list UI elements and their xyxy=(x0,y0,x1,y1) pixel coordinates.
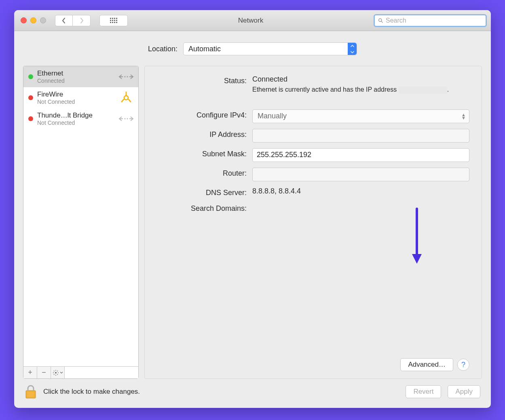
traffic-lights xyxy=(18,17,46,23)
svg-point-3 xyxy=(127,76,128,78)
svg-point-5 xyxy=(125,118,126,120)
lock-icon[interactable] xyxy=(25,384,37,399)
subnet-label: Subnet Mask: xyxy=(157,148,252,158)
location-value: Automatic xyxy=(188,45,221,53)
service-item-firewire[interactable]: FireWire Not Connected xyxy=(23,87,138,108)
minus-icon: − xyxy=(42,368,46,377)
window-body: Location: Automatic Ethernet Connected xyxy=(14,31,491,408)
forward-button[interactable] xyxy=(73,15,91,26)
ethernet-icon xyxy=(118,70,134,84)
dns-value: 8.8.8.8, 8.8.4.4 xyxy=(252,187,469,195)
service-list: Ethernet Connected FireWire Not Connecte… xyxy=(23,66,139,379)
service-item-ethernet[interactable]: Ethernet Connected xyxy=(23,66,138,87)
add-service-button[interactable]: + xyxy=(23,367,37,378)
service-name: Ethernet xyxy=(37,69,114,78)
status-dot-icon xyxy=(28,116,33,121)
nav-buttons xyxy=(55,15,91,26)
status-description: Ethernet is currently active and has the… xyxy=(252,85,469,94)
advanced-button[interactable]: Advanced… xyxy=(400,358,453,371)
close-button[interactable] xyxy=(21,17,27,23)
service-status: Not Connected xyxy=(37,120,114,126)
service-item-thunderbolt[interactable]: Thunde…lt Bridge Not Connected xyxy=(23,108,138,129)
updown-icon: ▲▼ xyxy=(461,113,466,120)
status-value: Connected xyxy=(252,75,469,84)
sidebar-footer: + − xyxy=(23,366,138,378)
zoom-button xyxy=(40,17,46,23)
main-row: Ethernet Connected FireWire Not Connecte… xyxy=(23,66,482,379)
stepper-icon xyxy=(348,43,357,55)
help-icon: ? xyxy=(461,361,465,369)
redacted-ip xyxy=(399,86,447,94)
back-button[interactable] xyxy=(55,15,73,26)
advanced-row: Advanced… ? xyxy=(157,358,469,371)
location-label: Location: xyxy=(148,45,177,53)
detail-pane: Status: Connected Ethernet is currently … xyxy=(144,66,482,379)
search-input[interactable] xyxy=(386,17,482,24)
search-icon xyxy=(378,18,383,23)
revert-button[interactable]: Revert xyxy=(406,385,441,398)
configure-ipv4-label: Configure IPv4: xyxy=(157,109,252,120)
location-select[interactable]: Automatic xyxy=(183,42,357,55)
subnet-row: Subnet Mask: xyxy=(157,148,469,162)
service-status: Not Connected xyxy=(37,99,114,105)
router-input[interactable] xyxy=(252,168,469,181)
service-name: Thunde…lt Bridge xyxy=(37,111,114,120)
service-actions-button[interactable] xyxy=(51,367,65,378)
lock-message: Click the lock to make changes. xyxy=(43,388,399,396)
svg-point-6 xyxy=(127,118,128,120)
ip-address-row: IP Address: xyxy=(157,129,469,143)
ip-address-label: IP Address: xyxy=(157,129,252,139)
plus-icon: + xyxy=(28,368,32,377)
configure-ipv4-row: Configure IPv4: Manually ▲▼ xyxy=(157,109,469,123)
network-prefs-window: Network Location: Automatic xyxy=(14,10,491,408)
status-dot-icon xyxy=(28,74,33,79)
location-row: Location: Automatic xyxy=(23,31,482,66)
svg-point-2 xyxy=(125,76,126,78)
search-domains-label: Search Domains: xyxy=(157,203,252,213)
search-field[interactable] xyxy=(374,14,487,27)
service-name: FireWire xyxy=(37,90,114,99)
svg-rect-9 xyxy=(26,391,36,398)
svg-point-7 xyxy=(55,372,57,374)
status-label: Status: xyxy=(157,75,252,85)
window-title: Network xyxy=(131,17,370,25)
ethernet-icon xyxy=(118,112,134,126)
firewire-icon xyxy=(118,91,134,105)
subnet-input[interactable] xyxy=(252,148,469,162)
help-button[interactable]: ? xyxy=(457,359,469,371)
service-list-scroll[interactable]: Ethernet Connected FireWire Not Connecte… xyxy=(23,66,138,366)
service-status: Connected xyxy=(37,78,114,84)
router-row: Router: xyxy=(157,168,469,181)
titlebar: Network xyxy=(14,10,491,31)
chevron-down-icon xyxy=(60,372,63,374)
ip-address-input[interactable] xyxy=(252,129,469,143)
chevron-left-icon xyxy=(61,17,66,24)
dns-row: DNS Server: 8.8.8.8, 8.8.4.4 xyxy=(157,187,469,197)
gear-icon xyxy=(53,370,59,376)
minimize-button[interactable] xyxy=(30,17,36,23)
dns-label: DNS Server: xyxy=(157,187,252,197)
svg-line-1 xyxy=(381,21,382,22)
svg-point-4 xyxy=(124,96,128,100)
grid-icon xyxy=(110,18,117,23)
apply-button[interactable]: Apply xyxy=(448,385,480,398)
show-all-button[interactable] xyxy=(99,15,128,26)
status-dot-icon xyxy=(28,95,33,100)
configure-ipv4-select[interactable]: Manually ▲▼ xyxy=(252,109,469,123)
router-label: Router: xyxy=(157,168,252,178)
remove-service-button[interactable]: − xyxy=(37,367,51,378)
chevron-right-icon xyxy=(79,17,84,24)
status-row: Status: Connected Ethernet is currently … xyxy=(157,75,469,94)
footer: Click the lock to make changes. Revert A… xyxy=(23,379,482,401)
annotation-arrow-icon xyxy=(409,206,425,267)
